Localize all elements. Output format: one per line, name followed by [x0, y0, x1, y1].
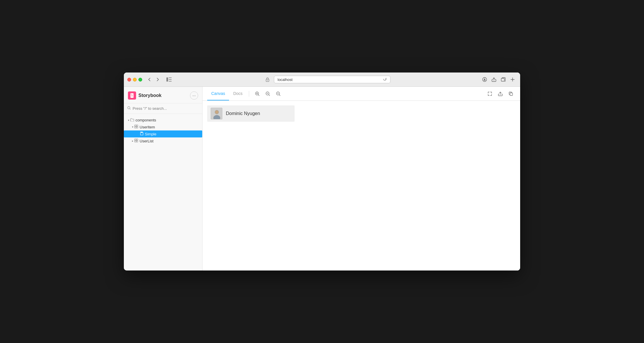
sidebar: Storybook ··· — [124, 87, 203, 270]
nav-buttons — [145, 75, 162, 84]
sidebar-item-useritem[interactable]: ▾ UserItem — [124, 123, 202, 130]
sidebar-tree: ▾ components ▾ — [124, 114, 202, 270]
search-icon — [127, 106, 131, 111]
browser-actions — [481, 75, 517, 84]
tabs: Canvas Docs — [207, 87, 247, 100]
canvas-area: Dominic Nyugen — [203, 101, 520, 270]
component-icon — [134, 139, 138, 143]
sidebar-item-userlist[interactable]: ▸ UserList — [124, 137, 202, 144]
svg-rect-11 — [135, 125, 136, 126]
toolbar: Canvas Docs — [203, 87, 520, 101]
traffic-lights — [127, 78, 142, 82]
address-bar[interactable]: localhost — [274, 76, 390, 83]
sidebar-item-components[interactable]: ▾ components — [124, 117, 202, 123]
search-input[interactable] — [133, 106, 199, 111]
toolbar-right — [485, 89, 515, 98]
svg-point-27 — [215, 110, 219, 114]
svg-rect-17 — [135, 141, 136, 142]
story-icon — [140, 132, 143, 136]
share-canvas-button[interactable] — [496, 89, 505, 98]
svg-point-5 — [267, 80, 268, 81]
address-text: localhost — [278, 77, 293, 82]
chevron-right-icon: ▸ — [132, 139, 133, 142]
folder-icon — [130, 118, 134, 122]
brand-name: Storybook — [138, 93, 161, 98]
svg-rect-0 — [166, 77, 168, 82]
download-button[interactable] — [481, 75, 489, 84]
svg-rect-14 — [136, 127, 138, 128]
tab-docs[interactable]: Docs — [229, 87, 247, 100]
sidebar-header: Storybook ··· — [124, 87, 202, 103]
svg-rect-1 — [169, 77, 172, 78]
zoom-in-button[interactable] — [253, 89, 262, 98]
tabs-button[interactable] — [499, 75, 507, 84]
lock-icon[interactable] — [263, 75, 272, 84]
reset-zoom-button[interactable] — [274, 89, 283, 98]
sidebar-toggle-button[interactable] — [165, 75, 173, 84]
svg-rect-3 — [169, 81, 172, 82]
toolbar-icons — [253, 89, 283, 98]
user-item-preview: Dominic Nyugen — [207, 105, 295, 122]
svg-rect-13 — [135, 127, 136, 128]
address-bar-container: localhost — [176, 75, 478, 84]
share-button[interactable] — [490, 75, 498, 84]
expand-button[interactable] — [485, 89, 495, 98]
svg-point-9 — [131, 94, 132, 95]
storybook-logo-icon — [128, 91, 136, 100]
svg-rect-7 — [501, 78, 504, 81]
svg-rect-18 — [136, 141, 138, 142]
browser-chrome: localhost — [124, 73, 520, 87]
svg-point-22 — [278, 93, 279, 94]
avatar — [211, 108, 222, 119]
close-button[interactable] — [127, 78, 131, 82]
svg-rect-2 — [169, 79, 172, 80]
tab-canvas[interactable]: Canvas — [207, 87, 229, 100]
simple-label: Simple — [145, 132, 156, 136]
brand: Storybook — [128, 91, 161, 100]
svg-rect-23 — [510, 93, 513, 96]
components-label: components — [136, 118, 156, 122]
chevron-down-icon: ▾ — [128, 119, 129, 122]
userlist-label: UserList — [140, 139, 154, 143]
more-options-button[interactable]: ··· — [190, 91, 198, 100]
copy-canvas-button[interactable] — [506, 89, 515, 98]
sidebar-search — [124, 103, 202, 114]
user-name: Dominic Nyugen — [226, 111, 260, 116]
minimize-button[interactable] — [133, 78, 137, 82]
zoom-out-button[interactable] — [263, 89, 272, 98]
forward-button[interactable] — [154, 75, 162, 84]
back-button[interactable] — [145, 75, 153, 84]
new-tab-button[interactable] — [508, 75, 517, 84]
reload-button[interactable] — [383, 77, 387, 82]
useritem-label: UserItem — [140, 125, 155, 129]
maximize-button[interactable] — [138, 78, 142, 82]
svg-rect-12 — [136, 125, 138, 126]
chevron-down-icon: ▾ — [132, 125, 133, 128]
search-input-wrapper — [127, 106, 199, 111]
component-icon — [134, 125, 138, 129]
svg-point-10 — [128, 107, 130, 109]
app-content: Storybook ··· — [124, 87, 520, 270]
browser-window: localhost — [124, 73, 520, 270]
sidebar-item-simple[interactable]: Simple — [124, 130, 202, 137]
svg-rect-15 — [135, 139, 136, 140]
main-panel: Canvas Docs — [203, 87, 520, 270]
tab-divider — [249, 91, 249, 97]
svg-rect-16 — [136, 139, 138, 140]
